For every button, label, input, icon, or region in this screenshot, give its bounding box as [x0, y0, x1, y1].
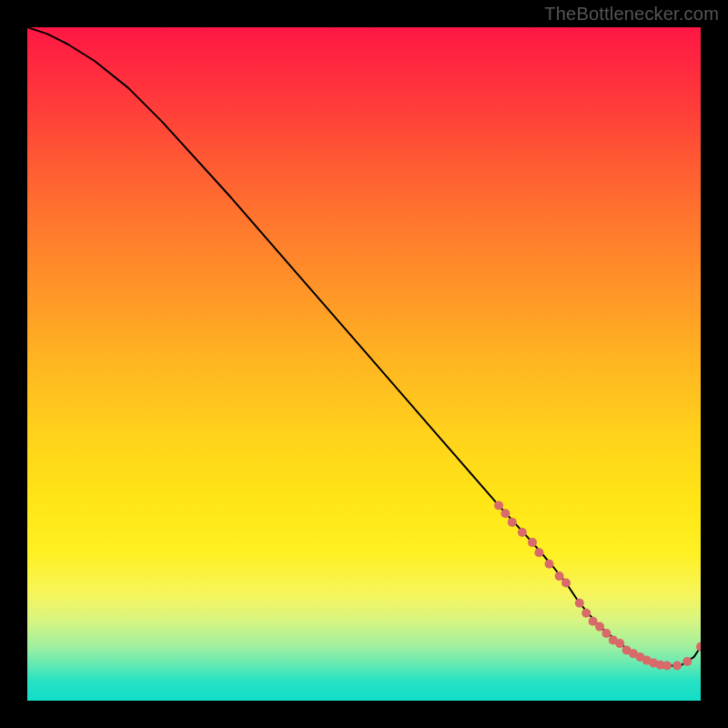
data-marker — [595, 622, 604, 632]
data-marker — [508, 518, 517, 527]
data-marker — [545, 560, 554, 569]
data-marker — [500, 509, 510, 518]
data-marker — [602, 629, 611, 638]
data-marker — [696, 642, 701, 652]
data-marker — [518, 528, 527, 537]
data-marker — [615, 639, 624, 648]
data-marker — [662, 662, 672, 671]
data-marker — [528, 538, 537, 547]
chart-svg — [27, 27, 701, 701]
data-marker — [575, 599, 584, 608]
data-marker — [581, 609, 591, 618]
data-marker — [682, 657, 692, 666]
data-marker — [555, 571, 564, 581]
attribution-text: TheBottlenecker.com — [544, 4, 719, 25]
data-marker — [534, 548, 543, 557]
data-marker — [494, 500, 503, 510]
marker-group — [494, 500, 701, 670]
chart-plot-area — [27, 27, 701, 701]
data-marker — [561, 579, 571, 588]
bottleneck-curve — [27, 27, 701, 666]
data-marker — [672, 662, 682, 671]
